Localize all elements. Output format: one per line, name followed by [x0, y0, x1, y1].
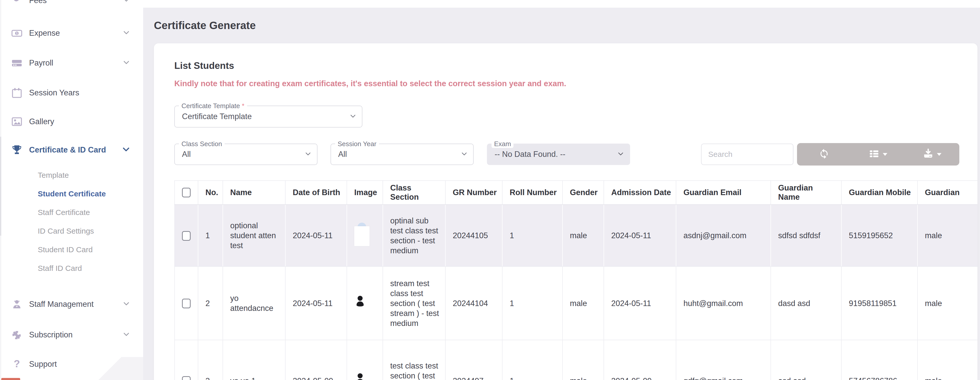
cell-guardian-mobile: 57456786786 [842, 340, 918, 380]
cell-guardian-gender: male [918, 266, 977, 340]
refresh-icon [819, 149, 829, 160]
sidebar-item-expense[interactable]: 1 Expense [0, 24, 143, 42]
exam-select[interactable]: Exam -- No Data Found. -- [487, 144, 630, 165]
select-all-checkbox[interactable] [182, 188, 191, 197]
sidebar-subitem-template[interactable]: Template [0, 166, 143, 184]
row-checkbox[interactable] [182, 376, 191, 380]
download-button[interactable] [905, 143, 959, 166]
row-checkbox[interactable] [182, 231, 191, 241]
sidebar-item-label: Support [29, 359, 57, 369]
cell-class-section: test class test section ( test stream ) … [383, 340, 445, 380]
sidebar-item-session-years[interactable]: Session Years [0, 84, 143, 102]
col-header-gender: Gender [563, 180, 604, 204]
table-row[interactable]: 2 yo attendacnce 2024-05-11 stream test … [175, 266, 977, 340]
image-icon [11, 116, 22, 127]
col-header-roll-number: Roll Number [502, 180, 563, 204]
cell-image [347, 266, 383, 340]
cell-dob: 2024-05-11 [285, 266, 347, 340]
cell-roll-number: 1 [502, 204, 563, 266]
svg-text:?: ? [14, 359, 20, 369]
sidebar-item-certificate-id-card[interactable]: Certificate & ID Card [0, 141, 143, 159]
sidebar-item-label: Certificate & ID Card [29, 146, 106, 155]
logout-button-peek[interactable] [1, 378, 20, 380]
search-input[interactable] [701, 144, 794, 165]
cell-guardian-email: huht@gmail.com [676, 266, 771, 340]
chevron-down-icon [123, 0, 129, 3]
list-columns-icon [869, 149, 879, 160]
sidebar-subitem-id-card-settings[interactable]: ID Card Settings [0, 222, 143, 240]
row-select-cell [175, 266, 198, 340]
refresh-button[interactable] [797, 143, 851, 166]
sidebar-item-subscription[interactable]: Subscription [0, 326, 143, 344]
sidebar-item-staff-management[interactable]: Staff Management [0, 295, 143, 314]
sidebar-subitem-student-certificate[interactable]: Student Certificate [0, 184, 143, 203]
students-table-wrap: No. Name Date of Birth Image Class Secti… [174, 180, 977, 380]
session-year-select[interactable]: Session Year All [331, 144, 474, 165]
submenu-label: Template [38, 171, 69, 179]
cell-image [347, 340, 383, 380]
cell-guardian-email: gdfg@gmail.com [676, 340, 771, 380]
submenu-label: Staff ID Card [38, 264, 82, 272]
chevron-down-icon [123, 31, 129, 35]
sidebar-item-support[interactable]: ? Support [0, 355, 143, 374]
avatar-icon [354, 372, 366, 380]
sidebar-subitem-student-id-card[interactable]: Student ID Card [0, 240, 143, 259]
cell-roll-number: 1 [502, 266, 563, 340]
class-section-select[interactable]: Class Section All [174, 144, 318, 165]
page-title: Certificate Generate [154, 19, 256, 32]
sidebar-item-label: Staff Management [29, 300, 94, 309]
chevron-down-icon [350, 114, 356, 119]
submenu-label: Student ID Card [38, 245, 93, 254]
page-header: Certificate Generate [143, 8, 980, 43]
columns-button[interactable] [851, 143, 905, 166]
certificate-template-select[interactable]: Certificate Template * Certificate Templ… [174, 106, 363, 128]
cell-gr-number: 2024497 [445, 340, 502, 380]
submenu-label: Student Certificate [38, 190, 106, 198]
sidebar-item-payroll[interactable]: Payroll [0, 54, 143, 72]
cell-gr-number: 20244104 [445, 266, 502, 340]
sidebar-subitem-staff-id-card[interactable]: Staff ID Card [0, 259, 143, 277]
cell-no: 2 [198, 266, 223, 340]
table-row[interactable]: 1 optional student atten test 2024-05-11… [175, 204, 977, 266]
download-icon [923, 149, 933, 160]
col-header-class-section: Class Section [383, 180, 445, 204]
col-header-image: Image [347, 180, 383, 204]
cell-guardian-email: asdnj@gmail.com [676, 204, 771, 266]
col-header-gr-number: GR Number [445, 180, 502, 204]
cell-gender: male [563, 266, 604, 340]
sidebar-subitem-staff-certificate[interactable]: Staff Certificate [0, 203, 143, 222]
row-select-cell [175, 340, 198, 380]
sidebar: Fees 1 Expense Payroll [0, 0, 143, 380]
chevron-down-icon [618, 152, 624, 157]
sidebar-item-label: Expense [29, 28, 60, 38]
cell-guardian-mobile: 91958119851 [842, 266, 918, 340]
table-row[interactable]: 3 yo yo 1 2024-05-09 test class test sec… [175, 340, 977, 380]
avatar-icon [354, 295, 366, 310]
chevron-down-icon [461, 152, 467, 157]
sidebar-item-label: Payroll [29, 59, 53, 68]
staff-person-icon [11, 299, 22, 310]
sidebar-item-label: Session Years [29, 88, 79, 97]
chevron-down-icon [123, 332, 129, 337]
required-asterisk: * [242, 102, 245, 110]
panel-heading: List Students [174, 60, 977, 71]
calendar-icon [11, 87, 22, 98]
cell-admission-date: 2024-05-09 [604, 340, 676, 380]
sidebar-item-fees[interactable]: Fees [0, 0, 143, 10]
banknote-icon: 1 [11, 27, 22, 39]
exam-label: Exam [492, 140, 514, 148]
row-checkbox[interactable] [182, 299, 191, 308]
exam-certificate-notice: Kindly note that for creating exam certi… [174, 79, 977, 89]
sidebar-scrollbar[interactable] [0, 0, 1, 380]
col-header-guardian-email: Guardian Email [676, 180, 771, 204]
col-header-guardian: Guardian [918, 180, 977, 204]
trophy-icon [11, 144, 22, 155]
cell-guardian-name: asd asd [771, 340, 842, 380]
student-photo [354, 223, 369, 246]
wrench-icon [11, 0, 22, 6]
cell-guardian-name: dasd asd [771, 266, 842, 340]
col-header-name: Name [223, 180, 285, 204]
sidebar-item-gallery[interactable]: Gallery [0, 112, 143, 131]
cell-gr-number: 20244105 [445, 204, 502, 266]
certificate-template-label: Certificate Template * [179, 102, 247, 110]
